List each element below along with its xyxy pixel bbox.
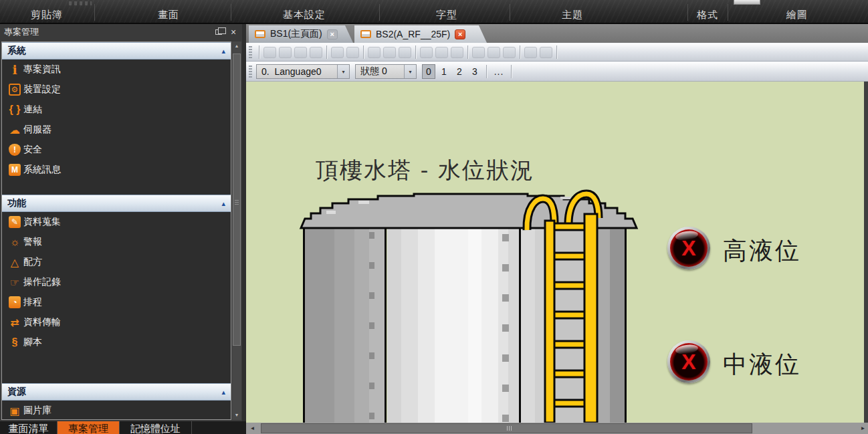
panel-close-icon[interactable]: × (229, 27, 238, 37)
ribbon-tab-clipboard[interactable]: 剪貼簿 (31, 7, 63, 23)
disabled-align-left-icon[interactable] (368, 47, 381, 58)
data-transfer-icon: ⇄ (6, 316, 23, 329)
toolbar-separator (415, 45, 416, 59)
state-button-1[interactable]: 1 (437, 64, 451, 79)
scroll-left-icon[interactable]: ◄ (247, 423, 257, 434)
sidebar-scrollbar-thumb[interactable] (233, 53, 241, 346)
canvas-right-edge (864, 82, 868, 423)
hscrollbar-thumb[interactable] (261, 423, 752, 433)
ribbon-tab-drawing[interactable]: 繪圖 (786, 7, 808, 23)
item-label: 伺服器 (23, 124, 51, 136)
item-label: 安全 (23, 144, 42, 156)
disabled-flip-icon[interactable] (540, 47, 552, 58)
sidebar-item-data-transfer[interactable]: ⇄ 資料傳輸 (2, 312, 231, 332)
language-dropdown[interactable]: 0. Language0 ▾ (256, 64, 350, 79)
item-label: 配方 (23, 256, 42, 268)
disabled-align-center-icon[interactable] (383, 47, 396, 58)
toolbar-separator (259, 45, 259, 59)
sidebar-item-device-settings[interactable]: ⚙ 裝置設定 (2, 80, 231, 100)
disabled-align-right-icon[interactable] (399, 47, 411, 58)
sidebar-item-scheduler[interactable]: ◔ 排程 (2, 292, 231, 312)
toolbar-separator (556, 45, 557, 59)
ribbon-separator (94, 4, 95, 21)
sidebar-item-data-sampling[interactable]: ✎ 資料蒐集 (2, 212, 231, 232)
sidebar-item-recipe[interactable]: △ 配方 (2, 252, 231, 272)
panel-titlebar: 專案管理 × (0, 24, 242, 40)
ribbon-tab-screen[interactable]: 畫面 (158, 7, 179, 23)
ribbon-tab-format[interactable]: 格式 (697, 7, 718, 23)
titlebar-button[interactable] (734, 0, 760, 5)
close-icon[interactable]: × (327, 29, 338, 39)
state-dropdown[interactable]: 狀態 0 ▾ (355, 64, 417, 79)
ribbon-tab-basic-settings[interactable]: 基本設定 (283, 7, 326, 23)
disabled-undo-icon[interactable] (263, 47, 276, 58)
sidebar-item-security[interactable]: ! 安全 (2, 140, 231, 160)
toolbar-drag-handle[interactable] (249, 66, 252, 78)
disabled-align-bottom-icon[interactable] (451, 47, 463, 58)
section-gap (2, 180, 231, 195)
ribbon-separator (379, 4, 380, 21)
section-header-resource[interactable]: 資源 ▴ (2, 383, 231, 401)
tab-memory-address[interactable]: 記憶體位址 (120, 421, 192, 434)
disabled-group-icon[interactable] (331, 47, 344, 58)
float-window-icon[interactable] (215, 29, 222, 35)
doc-tab-bs1[interactable]: BS1(主頁面) × (249, 25, 353, 43)
led-x-icon: X (667, 340, 710, 383)
main-area: BS1(主頁面) × BS2(A_RF__25F) × (246, 24, 868, 434)
tab-project-manager[interactable]: 專案管理 (58, 421, 120, 434)
state-button-2[interactable]: 2 (453, 64, 466, 79)
link-icon: { } (6, 104, 23, 116)
sidebar-item-script[interactable]: § 腳本 (2, 332, 231, 352)
security-shield-icon: ! (9, 144, 21, 156)
disabled-size-icon[interactable] (503, 47, 516, 58)
item-label: 排程 (23, 296, 42, 308)
label-mid-level[interactable]: 中液位 (723, 348, 801, 381)
screen-canvas[interactable]: 頂樓水塔 - 水位狀況 X 高液位 X 中液位 (246, 82, 864, 423)
scroll-up-icon[interactable]: ▲ (232, 41, 241, 51)
disabled-align-top-icon[interactable] (420, 47, 433, 58)
sidebar-item-image-library[interactable]: ▣ 圖片庫 (2, 401, 231, 420)
ribbon-separator (231, 4, 231, 21)
disabled-cut-icon[interactable] (294, 47, 307, 58)
tab-screen-list[interactable]: 畫面清單 (0, 421, 58, 434)
close-icon[interactable]: × (455, 29, 465, 39)
disabled-distribute-h-icon[interactable] (472, 47, 485, 58)
led-indicator-mid[interactable]: X (667, 340, 710, 383)
sidebar-item-project-info[interactable]: i 專案資訊 (2, 60, 231, 80)
disabled-ungroup-icon[interactable] (346, 47, 359, 58)
script-icon: § (6, 336, 23, 348)
window-icon (255, 30, 265, 38)
doc-tab-bs2-active[interactable]: BS2(A_RF__25F) × (354, 25, 487, 43)
sidebar-scrollbar[interactable]: ▲ ▼ (232, 41, 241, 420)
disabled-rotate-icon[interactable] (524, 47, 537, 58)
item-label: 資料蒐集 (23, 216, 61, 228)
disabled-redo-icon[interactable] (279, 47, 292, 58)
toolbar-drag-handle[interactable] (249, 46, 252, 58)
item-label: 專案資訊 (23, 64, 61, 76)
canvas-title-text[interactable]: 頂樓水塔 - 水位狀況 (316, 155, 534, 186)
ribbon-tab-theme[interactable]: 主題 (562, 7, 583, 23)
section-header-function[interactable]: 功能 ▴ (2, 195, 231, 212)
disabled-align-middle-icon[interactable] (435, 47, 448, 58)
more-states-button[interactable]: ... (490, 64, 508, 79)
label-high-level[interactable]: 高液位 (723, 235, 801, 267)
toolbar-separator (467, 45, 468, 59)
canvas-hscrollbar[interactable]: ◄ ► (246, 423, 868, 434)
disabled-paste-icon[interactable] (310, 47, 322, 58)
sidebar-item-link[interactable]: { } 連結 (2, 100, 231, 120)
section-header-system[interactable]: 系統 ▴ (2, 42, 231, 60)
chevron-down-icon: ▾ (404, 65, 416, 78)
recipe-flask-icon: △ (6, 256, 23, 269)
scroll-down-icon[interactable]: ▼ (232, 411, 241, 420)
sidebar-item-operation-log[interactable]: ☞ 操作記錄 (2, 272, 231, 292)
state-button-3[interactable]: 3 (468, 64, 481, 79)
led-indicator-high[interactable]: X (667, 227, 710, 269)
sidebar-item-alarm[interactable]: ☼ 警報 (2, 232, 231, 252)
disabled-distribute-v-icon[interactable] (487, 47, 500, 58)
sidebar-item-system-message[interactable]: M 系統訊息 (2, 160, 231, 180)
item-label: 操作記錄 (23, 276, 61, 288)
scroll-right-icon[interactable]: ► (858, 423, 868, 434)
state-button-0[interactable]: 0 (422, 64, 435, 79)
ribbon-tab-font[interactable]: 字型 (436, 7, 457, 23)
sidebar-item-server[interactable]: ☁ 伺服器 (2, 120, 231, 140)
